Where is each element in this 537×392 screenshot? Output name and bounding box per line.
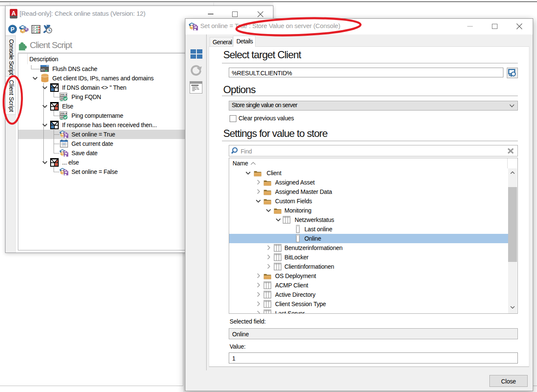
svg-text:255.X: 255.X <box>60 112 67 115</box>
svg-text:A: A <box>11 10 16 17</box>
svg-text:255.X: 255.X <box>60 94 67 96</box>
svg-text:c:\: c:\ <box>41 68 45 71</box>
svg-text:P: P <box>11 26 14 33</box>
